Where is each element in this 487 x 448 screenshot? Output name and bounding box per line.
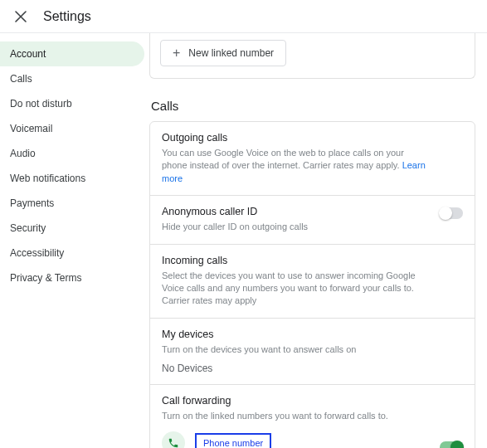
sidebar-item-payments[interactable]: Payments xyxy=(0,191,144,216)
page-title: Settings xyxy=(43,9,91,24)
sidebar-item-audio[interactable]: Audio xyxy=(0,141,144,166)
linked-number-section: + New linked number xyxy=(149,33,475,79)
forwarding-toggle[interactable] xyxy=(440,441,463,448)
outgoing-desc: You can use Google Voice on the web to p… xyxy=(162,147,427,185)
sidebar-item-accessibility[interactable]: Accessibility xyxy=(0,241,144,265)
sidebar-item-account[interactable]: Account xyxy=(0,41,144,66)
new-linked-label: New linked number xyxy=(188,47,274,59)
devices-value: No Devices xyxy=(162,363,463,374)
close-icon[interactable] xyxy=(13,9,28,24)
calls-heading: Calls xyxy=(151,99,475,113)
sidebar-item-privacy[interactable]: Privacy & Terms xyxy=(0,265,144,290)
anon-caller-block: Anonymous caller ID Hide your caller ID … xyxy=(150,195,475,243)
sidebar-item-webnotify[interactable]: Web notifications xyxy=(0,166,144,191)
sidebar-item-security[interactable]: Security xyxy=(0,216,144,241)
new-linked-number-button[interactable]: + New linked number xyxy=(160,40,286,66)
plus-icon: + xyxy=(173,46,180,60)
phone-icon xyxy=(162,431,185,448)
call-forwarding-block: Call forwarding Turn on the linked numbe… xyxy=(150,384,475,448)
forwarding-title: Call forwarding xyxy=(162,395,463,407)
anon-toggle[interactable] xyxy=(440,207,463,219)
incoming-title: Incoming calls xyxy=(162,255,463,266)
devices-desc: Turn on the devices you want to answer c… xyxy=(162,343,427,356)
my-devices-block: My devices Turn on the devices you want … xyxy=(150,318,475,384)
phone-number-input[interactable]: Phone number xyxy=(195,433,271,448)
incoming-calls-block: Incoming calls Select the devices you wa… xyxy=(150,244,475,318)
sidebar-item-voicemail[interactable]: Voicemail xyxy=(0,116,144,141)
outgoing-title: Outgoing calls xyxy=(162,132,463,144)
devices-title: My devices xyxy=(162,329,463,340)
sidebar-item-calls[interactable]: Calls xyxy=(0,66,144,91)
incoming-desc: Select the devices you want to use to an… xyxy=(162,270,427,308)
sidebar-item-dnd[interactable]: Do not disturb xyxy=(0,91,144,116)
header: Settings xyxy=(0,0,487,33)
sidebar: Account Calls Do not disturb Voicemail A… xyxy=(0,33,149,448)
main-content: + New linked number Calls Outgoing calls… xyxy=(149,33,487,448)
calls-card: Outgoing calls You can use Google Voice … xyxy=(149,121,475,448)
forwarding-desc: Turn on the linked numbers you want to f… xyxy=(162,410,427,422)
anon-title: Anonymous caller ID xyxy=(162,206,463,217)
outgoing-calls-block: Outgoing calls You can use Google Voice … xyxy=(150,122,475,195)
anon-desc: Hide your caller ID on outgoing calls xyxy=(162,221,427,233)
